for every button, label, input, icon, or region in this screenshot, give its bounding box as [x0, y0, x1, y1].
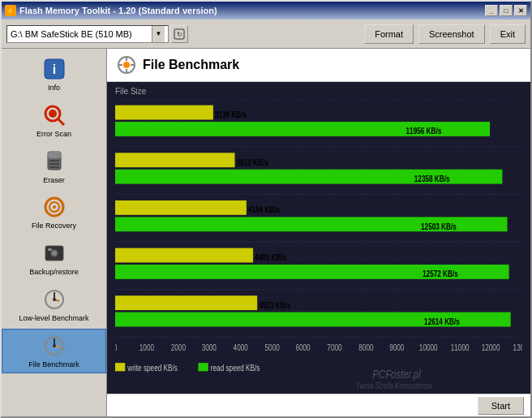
title-bar: ⚡ Flash Memory Toolkit - 1.20 (Standard … [2, 2, 530, 19]
sidebar-item-info[interactable]: iInfo [2, 52, 106, 97]
svg-text:8000: 8000 [358, 343, 373, 352]
format-button[interactable]: Format [364, 24, 414, 44]
backup-restore-icon [41, 240, 67, 266]
panel-title: File Benchmark [143, 58, 239, 72]
svg-text:10000: 10000 [419, 343, 438, 352]
window-title: Flash Memory Toolkit - 1.20 (Standard ve… [19, 6, 485, 15]
svg-rect-70 [115, 248, 253, 263]
svg-text:read speed KB/s: read speed KB/s [211, 364, 260, 373]
svg-text:12000: 12000 [482, 343, 500, 352]
panel-header-icon [117, 55, 136, 75]
svg-text:6000: 6000 [295, 343, 310, 352]
low-level-benchmark-label: Low-level Benchmark [19, 314, 88, 323]
sidebar-item-low-level-benchmark[interactable]: Low-level Benchmark [2, 282, 106, 327]
svg-text:11000: 11000 [451, 343, 470, 352]
maximize-button[interactable]: □ [500, 5, 513, 16]
low-level-benchmark-icon [41, 287, 67, 312]
chart-y-axis-label: File Size [115, 87, 522, 96]
content-panel: File Benchmark File Size [107, 49, 530, 416]
svg-rect-92 [115, 363, 125, 371]
svg-text:3139 KB/s: 3139 KB/s [215, 110, 247, 119]
error-scan-label: Error Scan [36, 130, 71, 139]
svg-rect-11 [49, 166, 59, 168]
eraser-icon [41, 149, 67, 175]
combo-arrow[interactable]: ▼ [152, 26, 165, 42]
refresh-icon: ↻ [174, 28, 185, 40]
svg-point-5 [49, 110, 57, 118]
svg-rect-62 [115, 153, 235, 167]
svg-rect-8 [48, 152, 61, 158]
svg-text:9000: 9000 [389, 343, 404, 352]
svg-text:3812 KB/s: 3812 KB/s [237, 158, 268, 167]
svg-text:3000: 3000 [202, 343, 217, 352]
svg-text:12572 KB/s: 12572 KB/s [423, 269, 458, 278]
drive-combo-box[interactable]: G:\ BM SafeStick BE (510 MB) ▼ [6, 25, 169, 43]
svg-rect-9 [49, 160, 59, 162]
screenshot-button[interactable]: Screenshot [418, 24, 485, 44]
svg-text:4184 KB/s: 4184 KB/s [248, 205, 280, 214]
benchmark-chart: 1 MB 2 MB 3 MB 4 MB 5 MB 3139 KB/s 11956… [115, 99, 522, 389]
svg-text:↻: ↻ [177, 31, 182, 38]
sidebar-item-eraser[interactable]: Eraser [2, 144, 106, 189]
error-scan-icon [41, 102, 67, 128]
sidebar: iInfoError ScanEraserFile RecoveryBackup… [2, 49, 107, 416]
svg-rect-94 [198, 363, 208, 371]
drive-refresh-button[interactable]: ↻ [170, 25, 188, 43]
panel-footer: Start [107, 394, 530, 416]
svg-text:4523 KB/s: 4523 KB/s [259, 301, 290, 310]
svg-text:7000: 7000 [327, 343, 341, 352]
svg-point-14 [53, 205, 56, 209]
svg-rect-10 [49, 163, 59, 165]
drive-selector: G:\ BM SafeStick BE (510 MB) ▼ ↻ [6, 25, 188, 43]
app-icon: ⚡ [5, 5, 16, 16]
svg-text:0: 0 [115, 343, 117, 352]
svg-text:12358 KB/s: 12358 KB/s [414, 175, 450, 183]
sidebar-item-backup-restore[interactable]: Backup/restore [2, 236, 106, 281]
file-recovery-icon [41, 194, 67, 220]
panel-header: File Benchmark [107, 49, 530, 82]
svg-point-26 [53, 344, 56, 347]
svg-rect-74 [115, 295, 257, 310]
app-window: ⚡ Flash Memory Toolkit - 1.20 (Standard … [0, 0, 532, 418]
svg-point-28 [123, 62, 130, 68]
svg-text:5000: 5000 [265, 343, 280, 352]
info-label: Info [48, 84, 60, 93]
svg-point-17 [52, 251, 57, 256]
sidebar-item-error-scan[interactable]: Error Scan [2, 98, 106, 143]
svg-text:Twoja Strefa Komputerów: Twoja Strefa Komputerów [356, 381, 433, 389]
svg-text:1000: 1000 [139, 343, 154, 352]
window-controls: _ □ ✕ [485, 5, 527, 16]
sidebar-item-file-recovery[interactable]: File Recovery [2, 190, 106, 235]
close-button[interactable]: ✕ [514, 5, 527, 16]
minimize-button[interactable]: _ [485, 5, 498, 16]
svg-rect-18 [48, 248, 52, 251]
svg-rect-58 [115, 106, 213, 120]
sidebar-item-file-benchmark[interactable]: File Benchmark [2, 329, 106, 373]
file-benchmark-icon [41, 333, 67, 359]
svg-text:2000: 2000 [171, 343, 186, 352]
exit-button[interactable]: Exit [490, 24, 526, 44]
toolbar: G:\ BM SafeStick BE (510 MB) ▼ ↻ Format … [2, 19, 530, 49]
svg-text:i: i [52, 62, 55, 76]
svg-text:12614 KB/s: 12614 KB/s [424, 317, 460, 326]
chart-inner: File Size [107, 82, 530, 394]
chart-area: 1 MB 2 MB 3 MB 4 MB 5 MB 3139 KB/s 11956… [115, 99, 522, 389]
drive-combo-text: G:\ BM SafeStick BE (510 MB) [11, 29, 152, 39]
svg-point-22 [53, 298, 56, 301]
svg-text:11956 KB/s: 11956 KB/s [406, 127, 442, 136]
svg-rect-66 [115, 200, 247, 215]
svg-text:4000: 4000 [234, 343, 248, 352]
start-button[interactable]: Start [478, 397, 524, 415]
svg-text:PCFoster.pl: PCFoster.pl [373, 368, 422, 381]
svg-text:13000: 13000 [513, 343, 522, 352]
main-content: iInfoError ScanEraserFile RecoveryBackup… [2, 49, 530, 416]
info-icon: i [41, 56, 67, 82]
file-recovery-label: File Recovery [32, 222, 76, 231]
svg-text:12503 KB/s: 12503 KB/s [421, 222, 457, 231]
svg-text:4403 KB/s: 4403 KB/s [255, 253, 286, 262]
backup-restore-label: Backup/restore [29, 268, 79, 277]
file-benchmark-label: File Benchmark [28, 360, 79, 369]
svg-line-6 [58, 119, 64, 125]
svg-text:write speed KB/s: write speed KB/s [127, 364, 178, 373]
eraser-label: Eraser [43, 176, 65, 185]
